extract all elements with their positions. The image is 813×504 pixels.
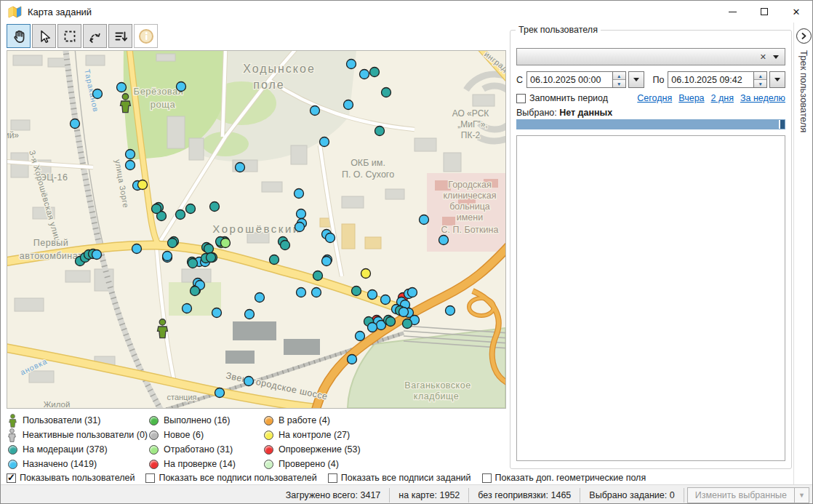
task-marker[interactable]	[446, 306, 455, 316]
sort-tool-button[interactable]	[108, 24, 132, 48]
quick-range-link[interactable]: 2 дня	[711, 93, 734, 103]
task-marker[interactable]	[322, 257, 332, 266]
task-marker[interactable]	[295, 223, 305, 232]
from-date-spinner[interactable]: ▲ ▼	[613, 71, 627, 88]
to-date-spinner[interactable]: ▲ ▼	[754, 71, 768, 88]
task-marker[interactable]	[270, 255, 279, 265]
task-marker[interactable]	[361, 269, 371, 279]
task-marker[interactable]	[188, 259, 198, 268]
to-date-dropdown[interactable]	[769, 71, 785, 88]
task-marker[interactable]	[92, 250, 102, 260]
legend-label: На контроле (27)	[279, 430, 350, 440]
info-tool-button[interactable]	[134, 24, 158, 48]
side-tab-label[interactable]: Трек пользователя	[798, 50, 809, 132]
task-marker[interactable]	[168, 239, 177, 248]
from-date-field[interactable]: 06.10.2025 00:00	[526, 71, 612, 88]
edit-selected-dropdown[interactable]: ▼	[795, 487, 809, 503]
task-marker[interactable]	[375, 127, 385, 136]
rect-select-tool-button[interactable]	[57, 24, 81, 48]
task-marker[interactable]	[312, 288, 321, 297]
task-marker[interactable]	[399, 308, 409, 317]
task-marker[interactable]	[344, 100, 353, 110]
task-marker[interactable]	[204, 244, 214, 254]
user-select-combobox[interactable]: ✕	[516, 48, 785, 65]
task-marker[interactable]	[320, 137, 329, 147]
maximize-button[interactable]	[748, 1, 780, 23]
task-marker[interactable]	[71, 119, 80, 129]
task-marker[interactable]	[281, 241, 290, 250]
task-marker[interactable]	[236, 163, 245, 172]
filter-checkbox[interactable]	[7, 473, 16, 483]
spin-up-icon[interactable]: ▲	[613, 72, 626, 80]
task-marker[interactable]	[126, 161, 135, 170]
task-marker[interactable]	[191, 287, 200, 296]
task-marker[interactable]	[207, 253, 216, 263]
task-marker[interactable]	[176, 210, 185, 220]
task-marker[interactable]	[347, 60, 356, 69]
task-marker[interactable]	[439, 236, 449, 245]
filter-checkbox[interactable]	[145, 473, 155, 483]
map-canvas[interactable]: ХодынскоеполеБерёзоваярощаАО «РСК„МиГ"»,…	[7, 50, 506, 409]
task-marker[interactable]	[382, 88, 391, 97]
spin-down-icon[interactable]: ▼	[754, 80, 767, 87]
task-marker[interactable]	[93, 89, 103, 99]
task-marker[interactable]	[212, 308, 222, 318]
task-marker[interactable]	[126, 150, 135, 159]
edit-selected-button[interactable]: Изменить выбранные ▼	[687, 487, 809, 503]
task-marker[interactable]	[210, 202, 220, 212]
task-marker[interactable]	[132, 244, 142, 254]
task-marker[interactable]	[386, 317, 396, 327]
from-date-dropdown[interactable]	[628, 71, 644, 88]
close-button[interactable]: ✕	[780, 1, 812, 23]
task-marker[interactable]	[420, 215, 429, 225]
select-tool-button[interactable]	[32, 24, 56, 48]
task-marker[interactable]	[326, 233, 335, 243]
task-marker[interactable]	[186, 204, 196, 214]
task-marker[interactable]	[255, 293, 265, 303]
task-marker[interactable]	[297, 288, 306, 297]
task-marker[interactable]	[163, 252, 172, 261]
task-marker[interactable]	[368, 290, 377, 300]
task-marker[interactable]	[368, 323, 377, 332]
quick-range-link[interactable]: Сегодня	[637, 93, 672, 103]
task-marker[interactable]	[356, 332, 365, 341]
task-marker[interactable]	[297, 209, 306, 219]
task-marker[interactable]	[183, 304, 192, 313]
pan-tool-button[interactable]	[7, 24, 31, 48]
task-marker[interactable]	[348, 355, 357, 364]
to-label: По	[652, 75, 664, 85]
task-marker[interactable]	[215, 388, 225, 398]
slider-handle[interactable]	[779, 120, 785, 129]
task-marker[interactable]	[408, 288, 417, 297]
filter-checkbox[interactable]	[482, 473, 492, 483]
task-marker[interactable]	[311, 106, 320, 116]
task-marker[interactable]	[360, 70, 369, 79]
task-marker[interactable]	[352, 287, 361, 296]
spin-down-icon[interactable]: ▼	[613, 80, 626, 87]
filter-checkbox[interactable]	[328, 473, 337, 483]
task-marker[interactable]	[313, 271, 323, 281]
task-marker[interactable]	[177, 82, 186, 92]
task-marker[interactable]	[117, 83, 127, 92]
task-marker[interactable]	[245, 310, 255, 319]
track-time-slider[interactable]	[516, 119, 785, 129]
task-marker[interactable]	[403, 319, 412, 329]
task-marker[interactable]	[295, 189, 304, 199]
quick-range-link[interactable]: За неделю	[740, 93, 785, 103]
task-marker[interactable]	[370, 68, 380, 77]
minimize-button[interactable]	[716, 1, 748, 23]
task-marker[interactable]	[138, 180, 148, 190]
remember-period-checkbox[interactable]	[516, 94, 526, 103]
to-date-field[interactable]: 06.10.2025 09:42	[668, 71, 753, 88]
spin-up-icon[interactable]: ▲	[754, 72, 767, 80]
task-marker[interactable]	[152, 204, 161, 214]
task-marker[interactable]	[381, 295, 391, 305]
quick-range-link[interactable]: Вчера	[678, 93, 704, 103]
task-marker[interactable]	[244, 377, 254, 386]
track-list[interactable]	[516, 135, 785, 461]
chevron-down-icon[interactable]	[773, 55, 779, 59]
expand-panel-button[interactable]	[796, 28, 812, 44]
clear-icon[interactable]: ✕	[760, 52, 766, 62]
polygon-select-tool-button[interactable]	[83, 24, 107, 48]
task-marker[interactable]	[221, 239, 231, 248]
